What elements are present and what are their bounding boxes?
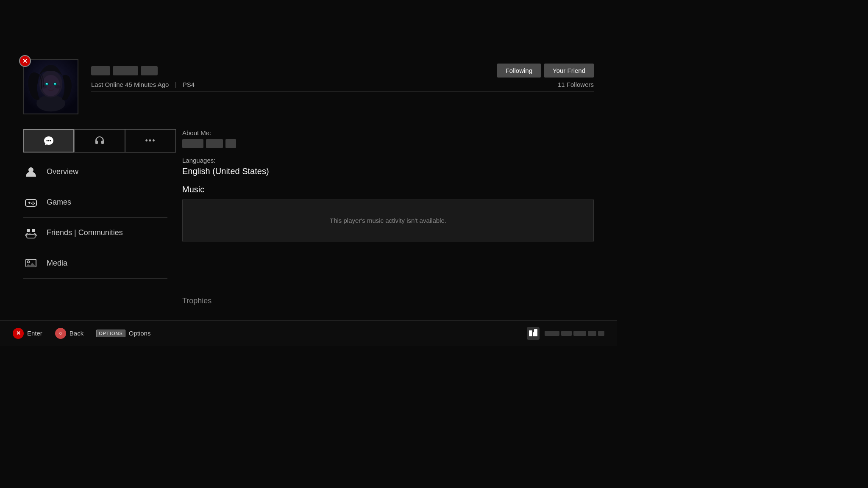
avatar-container: ✕ [23, 59, 78, 114]
music-section: Music This player's music activity isn't… [182, 185, 594, 241]
username-blur-2 [113, 66, 138, 75]
about-blur-2 [206, 139, 223, 148]
username-bar: Following Your Friend [91, 64, 594, 78]
blur-b3 [573, 331, 586, 336]
svg-point-16 [48, 140, 50, 141]
bottom-right [527, 327, 604, 340]
svg-point-12 [53, 82, 57, 86]
blur-b4 [588, 331, 596, 336]
svg-rect-28 [27, 235, 35, 238]
profile-info: Following Your Friend Last Online 45 Min… [91, 59, 594, 95]
blur-b1 [545, 331, 559, 336]
friends-icon [23, 225, 38, 240]
enter-label: Enter [27, 330, 42, 337]
nav-tabs: ••• [23, 129, 176, 152]
about-blur-1 [182, 139, 203, 148]
friends-label: Friends | Communities [47, 228, 123, 237]
tab-more[interactable]: ••• [125, 129, 176, 152]
enter-button[interactable]: ✕ Enter [13, 328, 42, 339]
separator: | [175, 81, 177, 88]
menu-item-overview[interactable]: Overview [23, 157, 167, 187]
tab-headset[interactable] [74, 129, 125, 152]
svg-point-27 [32, 229, 35, 232]
svg-point-24 [31, 202, 32, 204]
your-friend-button[interactable]: Your Friend [544, 64, 594, 78]
close-icon: ✕ [19, 55, 31, 67]
about-section: About Me: [182, 129, 594, 148]
music-unavailable: This player's music activity isn't avail… [330, 217, 446, 224]
options-label: Options [129, 330, 151, 337]
media-icon [23, 256, 38, 271]
menu-item-media[interactable]: Media [23, 248, 167, 279]
online-status: Last Online 45 Minutes Ago | PS4 11 Foll… [91, 81, 594, 88]
psn-icon [527, 327, 540, 340]
username-bottom-blur [545, 331, 604, 336]
games-label: Games [47, 198, 71, 207]
languages-label: Languages: [182, 157, 594, 164]
username-blur-1 [91, 66, 110, 75]
svg-rect-33 [533, 332, 537, 336]
overview-icon [23, 164, 38, 179]
options-badge: OPTIONS [96, 330, 125, 337]
profile-divider [91, 92, 594, 92]
platform-text: PS4 [183, 81, 195, 88]
languages-section: Languages: English (United States) [182, 157, 594, 176]
trophies-label: Trophies [182, 297, 211, 305]
main-content: About Me: Languages: English (United Sta… [182, 129, 594, 241]
about-me-label: About Me: [182, 129, 594, 136]
tab-messages[interactable] [23, 129, 74, 152]
avatar [23, 59, 78, 114]
about-blur [182, 139, 594, 148]
followers-count: 11 Followers [558, 81, 594, 88]
games-icon [23, 195, 38, 210]
svg-point-22 [32, 201, 33, 202]
more-dots: ••• [145, 136, 156, 145]
last-online-text: Last Online 45 Minutes Ago [91, 81, 169, 88]
overview-label: Overview [47, 167, 78, 176]
following-button[interactable]: Following [497, 64, 541, 78]
media-label: Media [47, 259, 67, 268]
svg-point-17 [50, 140, 51, 141]
circle-button-icon: ○ [55, 328, 66, 339]
language-value: English (United States) [182, 166, 594, 176]
about-blur-3 [225, 139, 236, 148]
svg-point-23 [33, 202, 35, 204]
svg-rect-34 [534, 329, 537, 333]
username-blur-3 [141, 66, 158, 75]
username-blurred [91, 66, 158, 75]
svg-marker-30 [26, 263, 36, 267]
action-buttons: Following Your Friend [497, 64, 594, 78]
back-label: Back [70, 330, 83, 337]
svg-point-15 [47, 140, 48, 141]
svg-point-31 [27, 261, 29, 263]
svg-point-26 [27, 229, 30, 232]
music-box: This player's music activity isn't avail… [182, 200, 594, 241]
sidebar-menu: Overview Games [23, 157, 167, 279]
profile-section: ✕ Following Your Friend Last Online 45 M… [23, 59, 594, 114]
svg-point-11 [45, 82, 49, 86]
options-button[interactable]: OPTIONS Options [96, 330, 150, 337]
blur-b5 [598, 331, 604, 336]
svg-point-25 [32, 204, 33, 205]
menu-item-friends[interactable]: Friends | Communities [23, 218, 167, 248]
svg-rect-32 [529, 330, 532, 336]
x-button-icon: ✕ [13, 328, 24, 339]
bottom-bar: ✕ Enter ○ Back OPTIONS Options [0, 320, 617, 346]
svg-point-14 [55, 85, 61, 89]
back-button[interactable]: ○ Back [55, 328, 83, 339]
music-label: Music [182, 185, 594, 194]
blur-b2 [561, 331, 572, 336]
menu-item-games[interactable]: Games [23, 187, 167, 218]
